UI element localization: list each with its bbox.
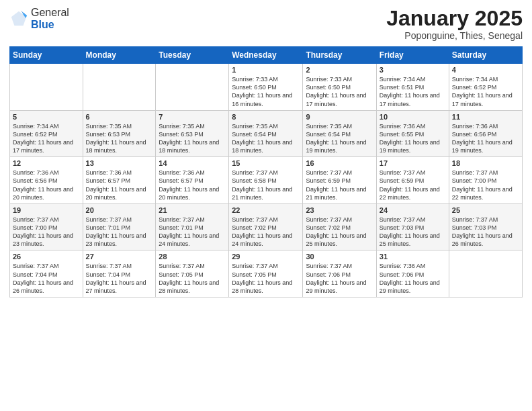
day-content: Sunrise: 7:37 AM Sunset: 7:05 PM Dayligh… [159,262,226,295]
day-content: Sunrise: 7:36 AM Sunset: 6:57 PM Dayligh… [86,169,153,201]
calendar-day-cell: 27Sunrise: 7:37 AM Sunset: 7:04 PM Dayli… [83,250,156,298]
calendar-day-cell: 18Sunrise: 7:37 AM Sunset: 7:00 PM Dayli… [449,157,522,204]
day-content: Sunrise: 7:37 AM Sunset: 6:59 PM Dayligh… [306,169,373,201]
day-number: 15 [232,159,300,167]
day-content: Sunrise: 7:37 AM Sunset: 6:58 PM Dayligh… [232,169,300,201]
day-content: Sunrise: 7:35 AM Sunset: 6:54 PM Dayligh… [232,122,300,155]
calendar-week-row: 1Sunrise: 7:33 AM Sunset: 6:50 PM Daylig… [10,64,523,111]
month-title: January 2025 [386,7,523,30]
day-number: 9 [306,113,373,121]
day-number: 22 [232,206,300,214]
page-header: General Blue January 2025 Poponguine, Th… [9,7,523,41]
day-content: Sunrise: 7:37 AM Sunset: 7:03 PM Dayligh… [380,216,446,248]
calendar-day-cell: 19Sunrise: 7:37 AM Sunset: 7:00 PM Dayli… [10,203,83,250]
title-block: January 2025 Poponguine, Thies, Senegal [386,7,523,41]
day-content: Sunrise: 7:37 AM Sunset: 6:59 PM Dayligh… [380,169,446,201]
calendar-day-cell: 24Sunrise: 7:37 AM Sunset: 7:03 PM Dayli… [376,203,449,250]
weekday-header-friday: Friday [376,47,449,64]
day-content: Sunrise: 7:33 AM Sunset: 6:50 PM Dayligh… [306,75,373,108]
day-content: Sunrise: 7:37 AM Sunset: 7:03 PM Dayligh… [452,216,519,248]
day-content: Sunrise: 7:36 AM Sunset: 6:56 PM Dayligh… [13,169,80,201]
day-content: Sunrise: 7:37 AM Sunset: 7:00 PM Dayligh… [13,216,80,248]
day-number: 25 [452,206,519,214]
day-number: 24 [380,206,446,214]
calendar-day-cell: 8Sunrise: 7:35 AM Sunset: 6:54 PM Daylig… [229,110,303,157]
calendar-week-row: 19Sunrise: 7:37 AM Sunset: 7:00 PM Dayli… [10,203,523,250]
day-number: 26 [13,253,80,261]
day-content: Sunrise: 7:34 AM Sunset: 6:52 PM Dayligh… [452,75,519,108]
day-number: 10 [380,113,446,121]
calendar-day-cell: 10Sunrise: 7:36 AM Sunset: 6:55 PM Dayli… [376,110,449,157]
calendar-day-cell: 23Sunrise: 7:37 AM Sunset: 7:02 PM Dayli… [303,203,376,250]
location-title: Poponguine, Thies, Senegal [386,30,523,41]
calendar-day-cell: 14Sunrise: 7:36 AM Sunset: 6:57 PM Dayli… [156,157,229,204]
day-number: 17 [380,159,446,167]
calendar-day-cell: 6Sunrise: 7:35 AM Sunset: 6:53 PM Daylig… [83,110,156,157]
day-content: Sunrise: 7:36 AM Sunset: 6:57 PM Dayligh… [159,169,226,201]
day-content: Sunrise: 7:37 AM Sunset: 7:00 PM Dayligh… [452,169,519,201]
day-number: 1 [232,66,300,74]
calendar-day-cell: 5Sunrise: 7:34 AM Sunset: 6:52 PM Daylig… [10,110,83,157]
calendar-day-cell: 11Sunrise: 7:36 AM Sunset: 6:56 PM Dayli… [449,110,522,157]
day-content: Sunrise: 7:36 AM Sunset: 6:56 PM Dayligh… [452,122,519,155]
day-number: 20 [86,206,153,214]
calendar-week-row: 12Sunrise: 7:36 AM Sunset: 6:56 PM Dayli… [10,157,523,204]
day-content: Sunrise: 7:37 AM Sunset: 7:05 PM Dayligh… [232,262,300,295]
weekday-header-saturday: Saturday [449,47,522,64]
calendar-day-cell: 4Sunrise: 7:34 AM Sunset: 6:52 PM Daylig… [449,64,522,111]
day-content: Sunrise: 7:35 AM Sunset: 6:53 PM Dayligh… [159,122,226,155]
calendar-day-cell: 9Sunrise: 7:35 AM Sunset: 6:54 PM Daylig… [303,110,376,157]
day-content: Sunrise: 7:34 AM Sunset: 6:52 PM Dayligh… [13,122,80,155]
calendar-day-cell: 13Sunrise: 7:36 AM Sunset: 6:57 PM Dayli… [83,157,156,204]
day-number: 11 [452,113,519,121]
day-number: 30 [306,253,373,261]
day-content: Sunrise: 7:34 AM Sunset: 6:51 PM Dayligh… [380,75,446,108]
calendar-week-row: 26Sunrise: 7:37 AM Sunset: 7:04 PM Dayli… [10,250,523,298]
weekday-header-sunday: Sunday [10,47,83,64]
day-number: 6 [86,113,153,121]
day-number: 29 [232,253,300,261]
day-content: Sunrise: 7:36 AM Sunset: 7:06 PM Dayligh… [380,262,446,295]
calendar-day-cell: 1Sunrise: 7:33 AM Sunset: 6:50 PM Daylig… [229,64,303,111]
day-content: Sunrise: 7:37 AM Sunset: 7:01 PM Dayligh… [159,216,226,248]
day-number: 21 [159,206,226,214]
calendar-day-cell: 15Sunrise: 7:37 AM Sunset: 6:58 PM Dayli… [229,157,303,204]
day-content: Sunrise: 7:37 AM Sunset: 7:06 PM Dayligh… [306,262,373,295]
day-content: Sunrise: 7:37 AM Sunset: 7:02 PM Dayligh… [232,216,300,248]
day-number: 5 [13,113,80,121]
calendar-day-cell: 28Sunrise: 7:37 AM Sunset: 7:05 PM Dayli… [156,250,229,298]
day-content: Sunrise: 7:37 AM Sunset: 7:01 PM Dayligh… [86,216,153,248]
calendar-day-cell: 20Sunrise: 7:37 AM Sunset: 7:01 PM Dayli… [83,203,156,250]
calendar-header-row: SundayMondayTuesdayWednesdayThursdayFrid… [10,47,523,64]
day-number: 13 [86,159,153,167]
day-number: 27 [86,253,153,261]
calendar-day-cell: 2Sunrise: 7:33 AM Sunset: 6:50 PM Daylig… [303,64,376,111]
day-content: Sunrise: 7:37 AM Sunset: 7:04 PM Dayligh… [13,262,80,295]
calendar-day-cell: 7Sunrise: 7:35 AM Sunset: 6:53 PM Daylig… [156,110,229,157]
day-number: 3 [380,66,446,74]
calendar-day-cell: 3Sunrise: 7:34 AM Sunset: 6:51 PM Daylig… [376,64,449,111]
day-number: 7 [159,113,226,121]
calendar-page: General Blue January 2025 Poponguine, Th… [0,0,532,411]
calendar-day-cell: 29Sunrise: 7:37 AM Sunset: 7:05 PM Dayli… [229,250,303,298]
calendar-day-cell: 31Sunrise: 7:36 AM Sunset: 7:06 PM Dayli… [376,250,449,298]
weekday-header-wednesday: Wednesday [229,47,303,64]
calendar-day-cell: 21Sunrise: 7:37 AM Sunset: 7:01 PM Dayli… [156,203,229,250]
calendar-day-cell: 22Sunrise: 7:37 AM Sunset: 7:02 PM Dayli… [229,203,303,250]
day-content: Sunrise: 7:37 AM Sunset: 7:04 PM Dayligh… [86,262,153,295]
day-number: 4 [452,66,519,74]
logo: General Blue [9,7,69,30]
weekday-header-monday: Monday [83,47,156,64]
day-content: Sunrise: 7:36 AM Sunset: 6:55 PM Dayligh… [380,122,446,155]
calendar-day-cell: 12Sunrise: 7:36 AM Sunset: 6:56 PM Dayli… [10,157,83,204]
calendar-day-cell: 25Sunrise: 7:37 AM Sunset: 7:03 PM Dayli… [449,203,522,250]
day-content: Sunrise: 7:35 AM Sunset: 6:54 PM Dayligh… [306,122,373,155]
day-number: 18 [452,159,519,167]
logo-icon [9,9,28,28]
day-number: 2 [306,66,373,74]
weekday-header-thursday: Thursday [303,47,376,64]
day-content: Sunrise: 7:35 AM Sunset: 6:53 PM Dayligh… [86,122,153,155]
calendar-day-cell: 17Sunrise: 7:37 AM Sunset: 6:59 PM Dayli… [376,157,449,204]
empty-cell [10,64,83,111]
empty-cell [449,250,522,298]
